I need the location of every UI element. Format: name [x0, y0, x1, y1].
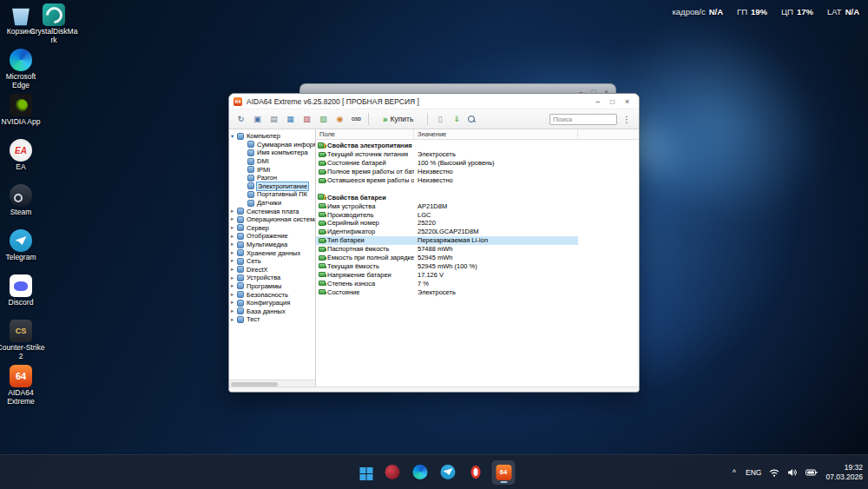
- language-indicator[interactable]: ENG: [746, 468, 761, 477]
- tree-expander-icon[interactable]: [231, 292, 237, 298]
- hidden-icons-chevron[interactable]: ^: [731, 466, 738, 479]
- list-row[interactable]: Текущая ёмкость 52945 mWh (100 %): [316, 261, 578, 270]
- clock[interactable]: 19:32 07.03.2026: [825, 463, 863, 481]
- tree-item[interactable]: IPMI: [229, 165, 315, 174]
- tree-item[interactable]: Операционная система: [229, 215, 315, 224]
- list-row[interactable]: Тип батареи Перезаряжаемая Li-Ion: [316, 236, 578, 245]
- tree-expander-icon[interactable]: [231, 283, 237, 289]
- taskbar-icon-opera-gx[interactable]: [381, 460, 404, 485]
- tree-expander-icon[interactable]: [231, 258, 237, 264]
- taskbar-icon-edge[interactable]: [409, 460, 432, 485]
- search-input[interactable]: [549, 114, 617, 125]
- title-bar[interactable]: 64 AIDA64 Extreme v6.25.8200 [ ПРОБНАЯ В…: [229, 94, 639, 109]
- update-icon[interactable]: ⇓: [449, 112, 464, 126]
- list-row[interactable]: Идентификатор 25220LGCAP21D8M: [316, 228, 578, 236]
- taskbar-icon-telegram[interactable]: [437, 460, 460, 485]
- desktop-icon-ea[interactable]: EA EA: [0, 139, 45, 172]
- wifi-icon[interactable]: [769, 468, 779, 477]
- list-row[interactable]: Напряжение батареи 17.126 V: [316, 270, 578, 279]
- minimize-button[interactable]: –: [590, 96, 605, 107]
- os-icon[interactable]: ▦: [283, 112, 298, 126]
- tree-expander-icon[interactable]: [231, 267, 237, 273]
- list-row[interactable]: Оставшееся время работы от ... Неизвестн…: [316, 176, 578, 185]
- tree-item[interactable]: Портативный ПК: [229, 190, 315, 199]
- taskbar-icon-aida64[interactable]: 64: [492, 460, 516, 485]
- tree-item[interactable]: Мультимедиа: [229, 241, 315, 249]
- tree-item[interactable]: Безопасность: [229, 290, 315, 299]
- tree-expander-icon[interactable]: [231, 134, 237, 140]
- list-row[interactable]: [316, 184, 578, 193]
- desktop-icon-edge[interactable]: Microsoft Edge: [0, 49, 45, 90]
- tree-item[interactable]: Разгон: [229, 174, 315, 182]
- desktop-icon-steam[interactable]: Steam: [0, 184, 45, 217]
- list-row[interactable]: Ёмкость при полной зарядке 52945 mWh: [316, 254, 578, 262]
- tree-expander-icon[interactable]: [231, 317, 237, 323]
- search-icon[interactable]: [468, 116, 476, 123]
- refresh-icon[interactable]: ↻: [233, 112, 248, 126]
- tree-item[interactable]: Имя компьютера: [229, 149, 315, 157]
- list-row[interactable]: Производитель LGC: [316, 210, 578, 219]
- column-header-field[interactable]: Поле: [316, 129, 414, 139]
- tree-item[interactable]: Датчики: [229, 199, 315, 208]
- tree-expander-icon[interactable]: [231, 241, 237, 248]
- start-button[interactable]: [353, 460, 377, 485]
- list-row[interactable]: Паспортная ёмкость 57488 mWh: [316, 245, 578, 254]
- tree-expander-icon[interactable]: [231, 275, 237, 281]
- list-row[interactable]: Имя устройства AP21D8M: [316, 202, 578, 210]
- list-row[interactable]: Полное время работы от бата... Неизвестн…: [316, 168, 578, 176]
- desktop-icon-telegram[interactable]: Telegram: [0, 229, 45, 262]
- chart-icon[interactable]: ▨: [316, 112, 331, 126]
- tree-item[interactable]: DirectX: [229, 266, 315, 274]
- toolbar-menu-dots[interactable]: ⋮: [619, 115, 635, 124]
- desktop-icon-image: [10, 49, 32, 71]
- tree-expander-icon[interactable]: [231, 250, 237, 256]
- desktop-icon-counter-strike-2[interactable]: CS Counter-Strike 2: [0, 320, 45, 361]
- list-row[interactable]: Состояние батарей 100 % (Высокий уровень…: [316, 159, 578, 168]
- tree-item[interactable]: Отображение: [229, 232, 315, 241]
- list-row[interactable]: Свойства электропитания: [316, 142, 578, 150]
- scrollbar-thumb[interactable]: [231, 382, 278, 387]
- buy-button[interactable]: » Купить: [377, 114, 419, 125]
- desktop-icon-crystaldiskmark[interactable]: CrystalDiskMark: [30, 3, 78, 45]
- tree-item[interactable]: База данных: [229, 307, 315, 315]
- desktop-icon-discord[interactable]: Discord: [0, 274, 45, 307]
- tree-item[interactable]: Сеть: [229, 257, 315, 266]
- list-row[interactable]: Свойства батареи: [316, 193, 578, 202]
- tree-item[interactable]: DMI: [229, 157, 315, 166]
- battery-icon[interactable]: [806, 469, 818, 476]
- close-button[interactable]: ×: [620, 96, 635, 107]
- desktop-icon-aida64[interactable]: 64 AIDA64 Extreme: [0, 365, 45, 406]
- tree-expander-icon[interactable]: [231, 300, 237, 306]
- tree-item[interactable]: Суммарная информация: [229, 141, 315, 149]
- computer-icon[interactable]: ▣: [250, 112, 265, 126]
- taskbar-icon-opera[interactable]: [464, 460, 488, 485]
- tree-item[interactable]: Программы: [229, 282, 315, 291]
- tree-item[interactable]: Сервер: [229, 224, 315, 233]
- list-row[interactable]: Степень износа 7 %: [316, 279, 578, 287]
- tree-horizontal-scrollbar[interactable]: [229, 380, 315, 387]
- column-header-value[interactable]: Значение: [414, 129, 578, 139]
- tree-item[interactable]: Системная плата: [229, 207, 315, 215]
- tree-item[interactable]: Устройства: [229, 274, 315, 282]
- list-row[interactable]: Серийный номер 25220: [316, 219, 578, 228]
- tree-expander-icon[interactable]: [231, 208, 237, 215]
- volume-icon[interactable]: [787, 468, 798, 477]
- tree-expander-icon[interactable]: [231, 308, 237, 314]
- tree-item[interactable]: Конфигурация: [229, 299, 315, 307]
- tree-expander-icon[interactable]: [231, 216, 237, 222]
- tree-item[interactable]: Электропитание: [229, 182, 315, 191]
- desktop-icon-nvidia-app[interactable]: NVIDIA App: [0, 94, 45, 127]
- osd-icon[interactable]: OSD: [349, 112, 364, 126]
- tree-item[interactable]: Хранение данных: [229, 248, 315, 257]
- report-page-icon[interactable]: ▯: [432, 112, 447, 126]
- tree-item[interactable]: Компьютер: [229, 132, 315, 141]
- tree-expander-icon[interactable]: [231, 234, 237, 240]
- motherboard-icon[interactable]: ▤: [266, 112, 281, 126]
- list-row[interactable]: Состояние Электросеть: [316, 287, 578, 296]
- list-row[interactable]: Текущий источник питания Электросеть: [316, 150, 578, 159]
- report-icon[interactable]: ▧: [299, 112, 314, 126]
- tree-item[interactable]: Тест: [229, 315, 315, 324]
- tree-expander-icon[interactable]: [231, 225, 237, 231]
- gauge-icon[interactable]: ◉: [332, 112, 347, 126]
- maximize-button[interactable]: □: [605, 96, 620, 107]
